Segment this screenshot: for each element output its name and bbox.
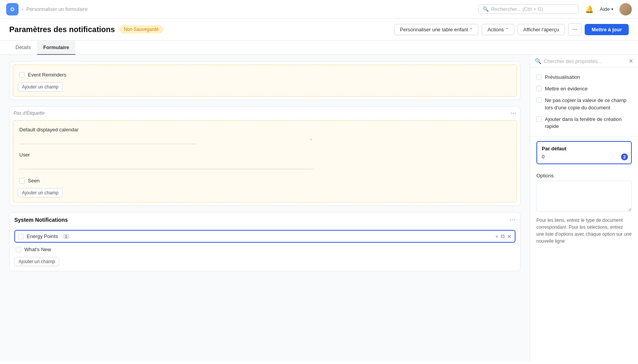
par-defaut-value: 0 xyxy=(542,154,626,160)
energy-points-checkbox[interactable] xyxy=(18,234,24,239)
main-layout: Event Reminders Ajouter un champ Pas d'É… xyxy=(0,55,638,361)
creation-rapide-checkbox[interactable] xyxy=(536,116,542,122)
unsaved-badge: Non Sauvegardé xyxy=(119,26,163,33)
top-navigation: › Personnaliser un formulaire 🔍 Recherch… xyxy=(0,0,638,19)
previsualisation-checkbox[interactable] xyxy=(536,74,542,80)
list-item: Ajouter dans la fenêtre de création rapi… xyxy=(536,114,632,132)
search-icon: 🔍 xyxy=(535,58,541,64)
options-section: Options xyxy=(530,169,638,217)
energy-points-field[interactable]: Energy Points 1 + ⧉ ✕ xyxy=(14,230,516,243)
seen-label: Seen xyxy=(28,178,39,184)
breadcrumb: › Personnaliser un formulaire xyxy=(22,6,89,12)
event-reminders-label: Event Reminders xyxy=(28,72,66,78)
list-item: Ne pas copier la valeur de ce champ lors… xyxy=(536,95,632,113)
update-button[interactable]: Mettre à jour xyxy=(585,24,629,35)
no-copy-checkbox[interactable] xyxy=(536,97,542,103)
previsualisation-label: Prévisualisation xyxy=(545,74,580,81)
more-options-button[interactable]: ··· xyxy=(568,23,582,36)
app-logo[interactable] xyxy=(6,3,19,15)
hint-text: Pour les liens, entrez le type de docume… xyxy=(536,217,632,245)
notification-bell-icon[interactable]: 🔔 xyxy=(585,5,594,14)
global-search[interactable]: 🔍 Rechercher... (Ctrl + G) xyxy=(478,4,579,14)
energy-points-badge: 1 xyxy=(63,234,70,239)
tab-bar: Détails Formulaire xyxy=(0,41,638,55)
form-area: Event Reminders Ajouter un champ Pas d'É… xyxy=(0,55,530,361)
no-copy-label: Ne pas copier la valeur de ce champ lors… xyxy=(545,97,632,111)
chevron-down-icon: ⌃ xyxy=(505,27,509,32)
section-3-header: System Notifications ··· xyxy=(10,213,520,227)
section-2-inner: Default displayed calendar User Seen xyxy=(13,120,517,202)
add-field-button-1[interactable]: Ajouter un champ xyxy=(18,82,63,92)
nav-actions: 🔔 Aide ▾ xyxy=(585,3,632,15)
list-item: Prévisualisation xyxy=(536,71,632,83)
options-heading: Options xyxy=(536,173,632,179)
energy-points-label: Energy Points xyxy=(27,233,58,239)
par-defaut-box: Par défaut 0 2 xyxy=(536,141,632,164)
list-item: Event Reminders xyxy=(18,70,512,80)
chevron-down-icon: ⌃ xyxy=(470,27,473,32)
section-3-menu-icon[interactable]: ··· xyxy=(510,216,516,224)
right-panel: 🔍 ✕ Prévisualisation Mettre en évidence … xyxy=(530,55,638,361)
tab-formulaire[interactable]: Formulaire xyxy=(37,41,75,55)
form-section-1: Event Reminders Ajouter un champ xyxy=(9,61,521,100)
preview-button[interactable]: Afficher l'aperçu xyxy=(517,24,565,35)
list-item: Mettre en évidence xyxy=(536,83,632,95)
properties-section: Prévisualisation Mettre en évidence Ne p… xyxy=(530,68,638,136)
whats-new-field: What's New xyxy=(14,244,516,255)
customize-child-table-button[interactable]: Personnaliser une table enfant ⌃ xyxy=(394,24,478,35)
section-2-menu-icon[interactable]: ··· xyxy=(510,109,516,117)
chevron-down-icon: ▾ xyxy=(611,7,613,11)
field-actions: + ⧉ ✕ xyxy=(495,233,512,240)
tab-details[interactable]: Détails xyxy=(9,41,37,55)
page-title: Paramètres des notifications xyxy=(9,25,115,34)
search-icon: 🔍 xyxy=(483,6,489,12)
copy-icon[interactable]: ⧉ xyxy=(501,233,505,240)
property-search-input[interactable] xyxy=(544,58,626,64)
mettre-en-evidence-label: Mettre en évidence xyxy=(545,85,588,92)
close-icon[interactable]: ✕ xyxy=(507,233,512,240)
seen-field: Seen xyxy=(18,175,512,186)
aide-button[interactable]: Aide ▾ xyxy=(600,6,613,12)
event-reminders-checkbox[interactable] xyxy=(19,72,25,78)
mettre-en-evidence-checkbox[interactable] xyxy=(536,86,542,91)
add-icon[interactable]: + xyxy=(495,233,498,240)
user-field: User xyxy=(18,150,512,172)
calendar-select-wrapper xyxy=(19,135,314,144)
user-input[interactable] xyxy=(19,160,314,169)
add-field-button-3[interactable]: Ajouter un champ xyxy=(14,257,59,266)
svg-point-2 xyxy=(12,8,14,10)
section-3-title: System Notifications xyxy=(14,217,68,223)
par-defaut-title: Par défaut xyxy=(542,146,626,151)
hint-section: Pour les liens, entrez le type de docume… xyxy=(530,217,638,249)
par-defaut-badge: 2 xyxy=(621,153,628,160)
property-search: 🔍 ✕ xyxy=(530,55,638,68)
avatar[interactable] xyxy=(619,3,632,15)
form-section-2: Pas d'Étiquette ··· Default displayed ca… xyxy=(9,106,521,206)
section-no-label: Pas d'Étiquette xyxy=(14,111,44,116)
actions-button[interactable]: Actions ⌃ xyxy=(481,24,514,35)
calendar-select[interactable] xyxy=(19,135,196,144)
default-calendar-field: Default displayed calendar xyxy=(18,125,512,147)
form-section-3: System Notifications ··· Energy Points 1… xyxy=(9,212,521,271)
whats-new-label: What's New xyxy=(24,247,51,252)
whats-new-checkbox[interactable] xyxy=(16,247,21,252)
page-header: Paramètres des notifications Non Sauvega… xyxy=(0,19,638,41)
options-textarea[interactable] xyxy=(536,181,632,212)
seen-checkbox[interactable] xyxy=(19,178,25,184)
close-search-icon[interactable]: ✕ xyxy=(629,58,633,64)
creation-rapide-label: Ajouter dans la fenêtre de création rapi… xyxy=(545,116,632,130)
section-3-content: Energy Points 1 + ⧉ ✕ What's New Ajouter… xyxy=(10,227,520,271)
section-1-inner: Event Reminders Ajouter un champ xyxy=(13,65,517,97)
header-actions: Personnaliser une table enfant ⌃ Actions… xyxy=(394,23,629,36)
add-field-button-2[interactable]: Ajouter un champ xyxy=(18,188,63,197)
